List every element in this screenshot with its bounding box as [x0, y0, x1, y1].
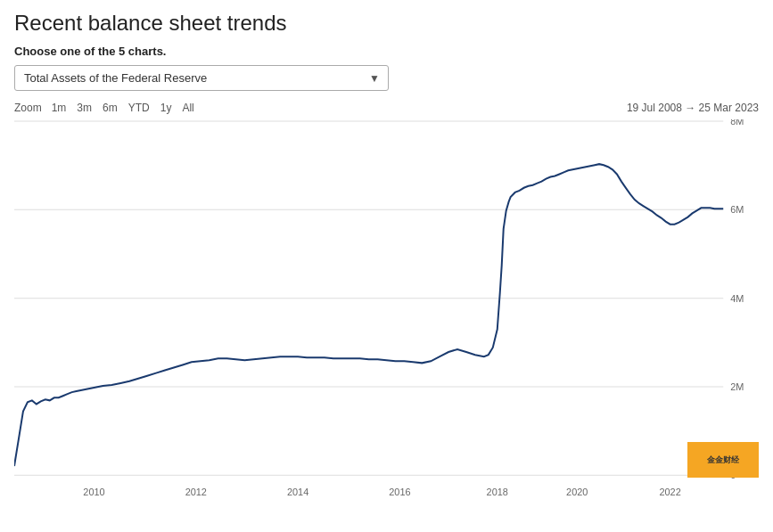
date-range-inline: 19 Jul 2008 → 25 Mar 2023	[627, 102, 759, 114]
zoom-btn-1y[interactable]: 1y	[156, 100, 177, 116]
svg-text:2022: 2022	[659, 487, 680, 497]
choose-label: Choose one of the 5 charts.	[14, 45, 759, 58]
zoom-bar: Zoom 1m3m6mYTD1yAll19 Jul 2008 → 25 Mar …	[14, 100, 759, 116]
chart-area: 0 2M 4M 6M 8M 2010 2012 2014 2016 2018 2…	[14, 119, 759, 503]
chart-select[interactable]: Total Assets of the Federal ReserveSecur…	[14, 65, 389, 91]
svg-text:8M: 8M	[730, 119, 744, 127]
svg-text:2010: 2010	[83, 487, 104, 497]
svg-text:4M: 4M	[730, 293, 744, 304]
zoom-btn-3m[interactable]: 3m	[72, 100, 96, 116]
zoom-label: Zoom	[14, 102, 42, 114]
svg-text:2020: 2020	[566, 487, 588, 497]
chart-selector-wrapper: Total Assets of the Federal ReserveSecur…	[14, 65, 389, 91]
zoom-btn-all[interactable]: All	[177, 100, 198, 116]
chart-svg: 0 2M 4M 6M 8M 2010 2012 2014 2016 2018 2…	[14, 119, 759, 503]
page-title: Recent balance sheet trends	[14, 11, 759, 36]
svg-text:2016: 2016	[389, 487, 410, 497]
zoom-btn-1m[interactable]: 1m	[47, 100, 71, 116]
svg-text:2M: 2M	[730, 381, 744, 392]
watermark-text: 金金财经	[707, 455, 739, 465]
svg-text:2018: 2018	[487, 487, 508, 497]
svg-text:2014: 2014	[287, 487, 308, 497]
zoom-btn-ytd[interactable]: YTD	[124, 100, 154, 116]
svg-text:2012: 2012	[185, 487, 207, 497]
watermark: 金金财经	[687, 442, 759, 478]
svg-text:6M: 6M	[730, 204, 744, 215]
zoom-btn-6m[interactable]: 6m	[98, 100, 122, 116]
